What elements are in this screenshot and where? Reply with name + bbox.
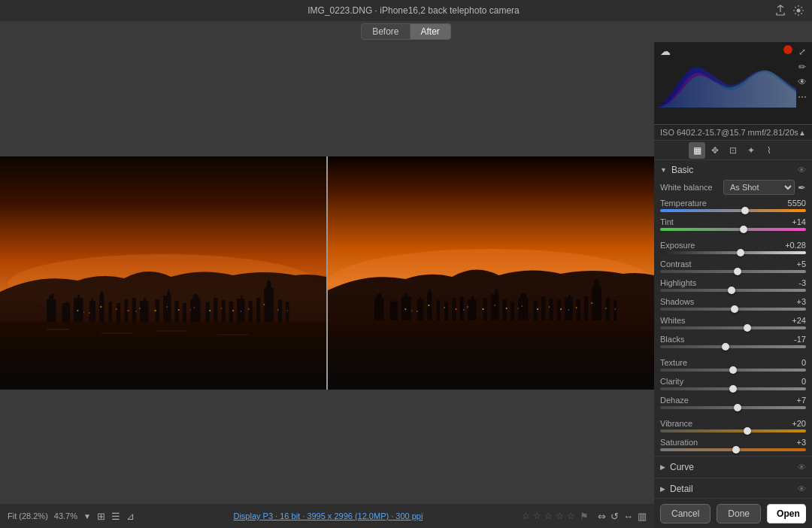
star-rating[interactable]: ☆ ☆ ☆ ☆ ☆: [522, 511, 575, 521]
bottom-left-controls[interactable]: Fit (28.2%) 43.7% ▼ ⊞ ☰ ⊿: [8, 511, 135, 522]
slider-row-dehaze: Dehaze+7: [654, 395, 812, 414]
pencil-icon[interactable]: ✏: [795, 60, 809, 74]
slider-thumb-shadows[interactable]: [731, 305, 738, 313]
open-button[interactable]: Open: [767, 504, 806, 523]
window-title: IMG_0223.DNG · iPhone16,2 back telephoto…: [53, 5, 774, 16]
slider-thumb-temperature[interactable]: [741, 207, 749, 214]
svg-point-51: [568, 309, 569, 310]
fit-label[interactable]: Fit (28.2%): [8, 511, 48, 520]
flip-icon[interactable]: ↔: [623, 511, 633, 522]
svg-point-52: [615, 308, 616, 309]
svg-point-49: [463, 309, 464, 310]
slider-thumb-highlights[interactable]: [728, 287, 735, 294]
split-icon[interactable]: ▥: [638, 511, 647, 522]
star-3[interactable]: ☆: [544, 511, 553, 521]
wb-label: White balance: [660, 183, 720, 192]
image-area: Fit (28.2%) 43.7% ▼ ⊞ ☰ ⊿ Display P3 · 1…: [0, 42, 654, 528]
slider-track-texture[interactable]: [660, 369, 806, 372]
adjust-tool[interactable]: ✥: [707, 142, 723, 159]
curve-section[interactable]: ▶ Curve 👁: [654, 457, 812, 478]
slider-thumb-tint[interactable]: [740, 226, 747, 233]
rotate-icon[interactable]: ↺: [611, 511, 619, 522]
detail-section[interactable]: ▶ Detail 👁: [654, 478, 812, 498]
exif-expand-icon[interactable]: ▲: [798, 129, 806, 137]
slider-track-shadows[interactable]: [660, 308, 806, 311]
slider-thumb-blacks[interactable]: [722, 343, 729, 350]
slider-value-contrast: +5: [783, 259, 806, 269]
brush-tool[interactable]: ⌇: [761, 142, 777, 159]
top-right-icons[interactable]: [774, 5, 804, 17]
flag-icon[interactable]: ⚑: [580, 511, 589, 522]
star-2[interactable]: ☆: [533, 511, 541, 521]
svg-point-23: [241, 311, 241, 311]
svg-point-47: [605, 308, 607, 309]
slider-track-whites[interactable]: [660, 326, 806, 329]
slider-value-temperature: 5550: [783, 199, 806, 208]
curve-eye-icon[interactable]: 👁: [798, 463, 806, 472]
basic-section-header[interactable]: ▼ Basic 👁: [654, 160, 812, 178]
slider-row-clarity: Clarity0: [654, 376, 812, 395]
more-icon[interactable]: ⋯: [795, 90, 809, 104]
slider-track-clarity[interactable]: [660, 387, 806, 390]
eyedropper-icon[interactable]: ✒: [798, 182, 806, 193]
slider-track-exposure[interactable]: [660, 251, 806, 254]
list-icon[interactable]: ☰: [111, 511, 120, 522]
after-tab[interactable]: After: [411, 23, 451, 40]
zoom-value: 43.7%: [54, 511, 77, 520]
eye-icon[interactable]: 👁: [795, 75, 809, 89]
right-panel: ☁ ⤢ ✏ 👁 ⋯: [654, 42, 812, 528]
export-icon[interactable]: [774, 5, 786, 17]
slider-thumb-exposure[interactable]: [737, 249, 744, 256]
slider-track-temperature[interactable]: [660, 209, 806, 212]
slider-track-highlights[interactable]: [660, 289, 806, 292]
slider-track-vibrance[interactable]: [660, 429, 806, 432]
slider-thumb-saturation[interactable]: [732, 446, 740, 454]
slider-thumb-vibrance[interactable]: [744, 427, 751, 435]
settings-icon[interactable]: [792, 5, 804, 17]
detail-eye-icon[interactable]: 👁: [798, 484, 806, 493]
svg-point-32: [404, 308, 406, 310]
done-button[interactable]: Done: [717, 504, 761, 523]
slider-thumb-contrast[interactable]: [734, 268, 741, 275]
svg-point-21: [135, 311, 136, 311]
tool-icons-row: ▦ ✥ ⊡ ✦ ⌇: [654, 141, 812, 160]
bottom-right-controls[interactable]: ☆ ☆ ☆ ☆ ☆ ⚑ ⇔ ↺ ↔ ▥: [522, 511, 647, 522]
svg-point-8: [127, 310, 129, 311]
action-bar: Cancel Done Open ▼: [654, 498, 812, 528]
grid-icon[interactable]: ⊞: [97, 511, 105, 522]
zoom-dropdown-arrow[interactable]: ▼: [83, 512, 91, 520]
adjustments-panel[interactable]: ▼ Basic 👁 White balance As Shot Auto Day…: [654, 160, 812, 498]
svg-point-33: [417, 311, 418, 312]
before-tab[interactable]: Before: [361, 23, 410, 40]
histogram-tool[interactable]: ▦: [689, 142, 705, 159]
slider-track-dehaze[interactable]: [660, 406, 806, 409]
slider-track-blacks[interactable]: [660, 345, 806, 348]
heal-tool[interactable]: ✦: [743, 142, 759, 159]
svg-point-24: [287, 310, 288, 311]
slider-row-texture: Texture0: [654, 357, 812, 376]
slider-label-contrast: Contrast: [660, 259, 692, 269]
image-viewer[interactable]: [0, 42, 654, 504]
slider-label-blacks: Blacks: [660, 335, 684, 344]
slider-thumb-whites[interactable]: [744, 324, 751, 332]
slider-track-saturation[interactable]: [660, 448, 806, 451]
slider-thumb-clarity[interactable]: [729, 385, 737, 393]
star-1[interactable]: ☆: [522, 511, 530, 521]
display-info[interactable]: Display P3 · 16 bit · 3995 x 2996 (12.0M…: [233, 511, 423, 520]
cancel-button[interactable]: Cancel: [660, 504, 710, 523]
basic-eye-icon[interactable]: 👁: [798, 165, 806, 174]
crop-icon[interactable]: ⤢: [795, 45, 809, 59]
star-4[interactable]: ☆: [556, 511, 564, 521]
wb-select[interactable]: As Shot Auto Daylight Custom: [723, 180, 795, 195]
before-image-panel: [0, 156, 326, 390]
slider-thumb-dehaze[interactable]: [734, 404, 741, 411]
svg-point-5: [89, 312, 90, 314]
slider-track-contrast[interactable]: [660, 270, 806, 273]
compare-icon[interactable]: ⇔: [598, 511, 606, 522]
slider-track-tint[interactable]: [660, 228, 806, 231]
crop-tool[interactable]: ⊡: [725, 142, 741, 159]
slider-thumb-texture[interactable]: [729, 366, 737, 374]
svg-point-16: [232, 310, 234, 311]
star-5[interactable]: ☆: [567, 511, 575, 521]
filter-icon[interactable]: ⊿: [126, 511, 135, 522]
